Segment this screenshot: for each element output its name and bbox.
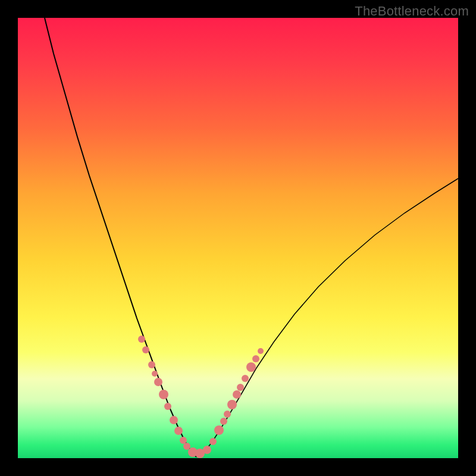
marker-dot [224, 411, 231, 418]
marker-dot [180, 437, 187, 444]
marker-dot [242, 375, 249, 382]
marker-dot [203, 446, 211, 454]
marker-dot [246, 362, 256, 372]
watermark-text: TheBottleneck.com [355, 4, 469, 19]
chart-frame: TheBottleneck.com [0, 0, 476, 476]
marker-dot [164, 403, 171, 410]
marker-dot [209, 438, 217, 445]
marker-dot [252, 355, 259, 362]
marker-dot [220, 418, 227, 425]
left-curve [45, 18, 196, 457]
marker-dot [233, 390, 241, 399]
marker-dot [183, 443, 190, 450]
marker-dot [138, 336, 145, 343]
curves-svg [18, 18, 458, 458]
marker-dot [159, 390, 168, 399]
marker-dot [237, 384, 244, 391]
marker-dot [214, 425, 224, 435]
marker-dot [258, 348, 264, 354]
marker-dot [152, 371, 158, 377]
plot-area [18, 18, 458, 458]
marker-dot [154, 378, 162, 386]
marker-dot [174, 427, 183, 435]
right-curve [196, 178, 458, 457]
marker-dot [227, 400, 237, 409]
marker-dot [142, 346, 149, 353]
marker-dot [148, 361, 155, 368]
curve-markers [138, 336, 264, 458]
marker-dot [170, 416, 178, 424]
